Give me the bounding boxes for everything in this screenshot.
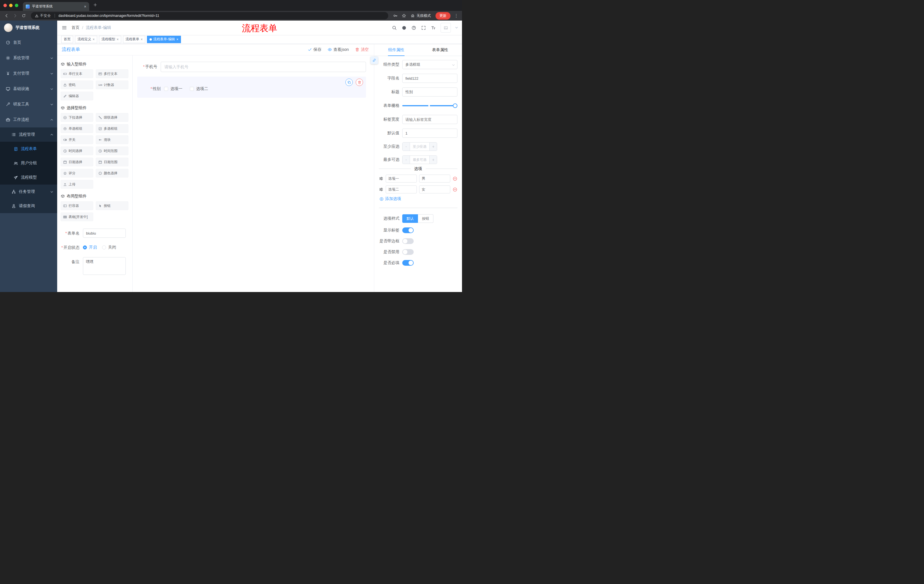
option-1-value-input[interactable] xyxy=(419,174,450,183)
sidebar-toggle-button[interactable] xyxy=(62,25,67,30)
with-border-toggle[interactable] xyxy=(402,238,414,244)
form-name-input[interactable] xyxy=(83,229,126,238)
drawing-canvas[interactable]: *手机号 *性别 xyxy=(133,56,374,292)
sidebar-item-task-management[interactable]: 任务管理 xyxy=(0,184,57,199)
palette-item-cascader[interactable]: 级联选择 xyxy=(96,113,129,122)
security-chip[interactable]: 不安全 xyxy=(35,13,51,18)
canvas-field-gender-selected[interactable]: *性别 选项一 选项二 xyxy=(137,77,366,98)
browser-menu-button[interactable]: ⋮ xyxy=(454,13,459,18)
palette-item-table[interactable]: 表格[开发中] xyxy=(61,212,93,221)
gender-option-2[interactable]: 选项二 xyxy=(190,86,208,91)
default-value-input[interactable] xyxy=(402,128,457,138)
user-avatar[interactable] xyxy=(441,23,451,33)
stepper-plus-button[interactable]: + xyxy=(429,156,437,164)
browser-tab[interactable]: 芋道管理系统 × xyxy=(23,2,89,11)
forward-button[interactable] xyxy=(12,12,19,20)
avatar-caret-down-icon[interactable] xyxy=(455,26,458,28)
sidebar-item-user-group[interactable]: 用户分组 xyxy=(0,156,57,170)
sidebar-item-dev-tools[interactable]: 研发工具 xyxy=(0,97,57,112)
sidebar-item-workflow[interactable]: 工作流程 xyxy=(0,112,57,127)
palette-item-password[interactable]: 密码 xyxy=(61,81,93,89)
sidebar-item-infrastructure[interactable]: 基础设施 xyxy=(0,81,57,97)
zoom-window-button[interactable] xyxy=(15,4,18,7)
add-option-button[interactable]: 添加选项 xyxy=(380,196,457,201)
palette-item-color-picker[interactable]: 颜色选择 xyxy=(96,169,129,178)
github-icon[interactable] xyxy=(402,25,406,30)
tag-process-definition[interactable]: 流程定义 × xyxy=(75,36,97,43)
option-1-label-input[interactable] xyxy=(386,174,417,183)
help-icon[interactable] xyxy=(411,25,416,30)
palette-item-button[interactable]: 按钮 xyxy=(96,201,129,210)
slider-handle[interactable] xyxy=(453,104,457,108)
grid-slider[interactable] xyxy=(402,101,457,110)
tag-close-icon[interactable]: × xyxy=(92,38,95,41)
palette-item-select[interactable]: 下拉选择 xyxy=(61,113,93,122)
palette-item-date-picker[interactable]: 日期选择 xyxy=(61,158,93,166)
sidebar-item-leave-query[interactable]: 请假查询 xyxy=(0,199,57,213)
palette-item-checkbox-group[interactable]: 多选框组 xyxy=(96,124,129,133)
palette-item-radio-group[interactable]: 单选框组 xyxy=(61,124,93,133)
canvas-field-phone[interactable]: *手机号 xyxy=(137,62,366,72)
tag-close-icon[interactable]: × xyxy=(177,38,178,41)
component-type-select[interactable]: 多选框组 xyxy=(402,60,457,69)
search-icon[interactable] xyxy=(392,25,397,30)
palette-item-single-text[interactable]: 单行文本 xyxy=(61,69,93,78)
label-width-input[interactable] xyxy=(402,115,457,124)
palette-item-row-container[interactable]: 行容器 xyxy=(61,201,93,210)
tag-process-form[interactable]: 流程表单 × xyxy=(123,36,145,43)
palette-item-date-range[interactable]: 日期范围 xyxy=(96,158,129,166)
stepper-plus-button[interactable]: + xyxy=(429,143,437,151)
sidebar-item-process-model[interactable]: 流程模型 xyxy=(0,170,57,184)
view-json-button[interactable]: 查看json xyxy=(328,47,349,52)
clear-button[interactable]: 清空 xyxy=(355,47,369,52)
close-window-button[interactable] xyxy=(3,4,7,7)
tab-form-props[interactable]: 表单属性 xyxy=(418,44,462,56)
remove-option-button[interactable] xyxy=(452,176,457,181)
save-button[interactable]: 保存 xyxy=(308,47,321,52)
gender-option-1[interactable]: 选项一 xyxy=(164,86,182,91)
tag-home[interactable]: 首页 xyxy=(61,36,73,43)
field-name-input[interactable] xyxy=(402,74,457,83)
tag-close-icon[interactable]: × xyxy=(117,38,119,41)
drag-handle-icon[interactable] xyxy=(379,176,383,181)
disabled-toggle[interactable] xyxy=(402,249,414,255)
palette-item-multi-text[interactable]: 多行文本 xyxy=(96,69,129,78)
title-input[interactable] xyxy=(402,87,457,97)
tag-process-form-edit[interactable]: 流程表单-编辑 × xyxy=(147,36,181,43)
palette-item-time-picker[interactable]: 时间选择 xyxy=(61,146,93,155)
stepper-minus-button[interactable]: - xyxy=(403,143,410,151)
show-label-toggle[interactable] xyxy=(402,227,414,233)
option-2-label-input[interactable] xyxy=(386,186,417,193)
drag-handle-icon[interactable] xyxy=(379,187,383,192)
sidebar-item-process-management[interactable]: 流程管理 xyxy=(0,127,57,142)
reload-button[interactable] xyxy=(20,12,28,20)
bookmark-button[interactable] xyxy=(400,12,408,20)
palette-item-time-range[interactable]: 时间范围 xyxy=(96,146,129,155)
option-2-value-input[interactable] xyxy=(419,186,450,193)
style-default-button[interactable]: 默认 xyxy=(402,214,418,223)
stepper-minus-button[interactable]: - xyxy=(403,156,410,164)
remove-option-button[interactable] xyxy=(452,187,457,192)
minimize-window-button[interactable] xyxy=(9,4,13,7)
link-button[interactable] xyxy=(371,57,378,64)
tag-process-model[interactable]: 流程模型 × xyxy=(99,36,121,43)
password-key-button[interactable] xyxy=(392,12,399,20)
tag-close-icon[interactable]: × xyxy=(141,38,143,41)
required-toggle[interactable] xyxy=(402,260,414,266)
sidebar-item-process-form[interactable]: 流程表单 xyxy=(0,142,57,156)
breadcrumb-home[interactable]: 首页 xyxy=(71,25,79,30)
status-radio-off[interactable]: 关闭 xyxy=(102,245,116,250)
sidebar-item-home[interactable]: 首页 xyxy=(0,35,57,50)
sidebar-item-system-management[interactable]: 系统管理 xyxy=(0,50,57,66)
min-select-value[interactable]: 至少应选 xyxy=(410,143,429,151)
update-button[interactable]: 更新 xyxy=(436,12,450,20)
phone-input[interactable] xyxy=(161,62,366,72)
copy-component-button[interactable] xyxy=(345,79,353,86)
tab-close-icon[interactable]: × xyxy=(84,5,86,8)
palette-item-editor[interactable]: 编辑器 xyxy=(61,92,93,100)
back-button[interactable] xyxy=(3,12,10,20)
palette-item-upload[interactable]: 上传 xyxy=(61,180,93,189)
fullscreen-icon[interactable] xyxy=(421,25,426,30)
palette-item-switch[interactable]: 开关 xyxy=(61,135,93,144)
status-radio-on[interactable]: 开启 xyxy=(83,245,97,250)
